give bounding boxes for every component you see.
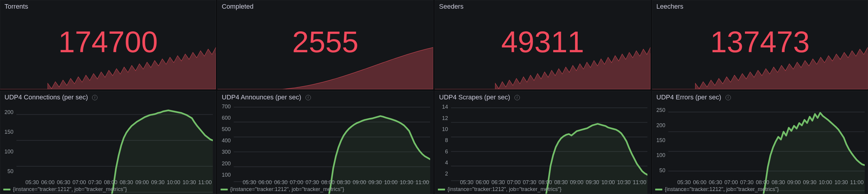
panel-title: Seeders bbox=[439, 3, 464, 10]
stat-value: 2555 bbox=[292, 25, 358, 59]
legend-swatch bbox=[221, 189, 228, 190]
panel-title: Completed bbox=[222, 3, 253, 10]
legend[interactable]: {instance="tracker:1212", job="tracker_m… bbox=[3, 186, 127, 193]
panel-title: UDP4 Connections (per sec) bbox=[4, 93, 97, 101]
panel-title-text: UDP4 Errors (per sec) bbox=[656, 93, 721, 101]
stat-value: 174700 bbox=[58, 25, 158, 59]
stat-panel-leechers[interactable]: Leechers 137473 bbox=[652, 0, 868, 89]
info-icon[interactable] bbox=[725, 95, 731, 100]
stat-panel-seeders[interactable]: Seeders 49311 bbox=[435, 0, 651, 89]
legend[interactable]: {instance="tracker:1212", job="tracker_m… bbox=[221, 186, 344, 193]
chart-area: 100200300400500600700 05:3006:0006:3007:… bbox=[218, 104, 433, 194]
x-axis: 05:3006:0006:3007:0007:3008:0008:3009:00… bbox=[668, 179, 865, 185]
chart-area: 2468101214 05:3006:0006:3007:0007:3008:0… bbox=[435, 104, 650, 194]
panel-title: UDP4 Errors (per sec) bbox=[656, 93, 731, 101]
dashboard-grid: Torrents 174700 Completed 2555 Seeders 4… bbox=[0, 0, 868, 194]
chart-panel-connections[interactable]: UDP4 Connections (per sec) 50100150200 0… bbox=[0, 91, 216, 194]
legend-swatch bbox=[438, 189, 445, 190]
stat-value: 137473 bbox=[710, 25, 810, 59]
panel-title: UDP4 Scrapes (per sec) bbox=[439, 93, 520, 101]
y-axis: 50100150200250 bbox=[652, 104, 667, 179]
chart-panel-errors[interactable]: UDP4 Errors (per sec) 50100150200250 05:… bbox=[652, 91, 868, 194]
legend-label: {instance="tracker:1212", job="tracker_m… bbox=[665, 186, 779, 193]
panel-title: Leechers bbox=[656, 3, 683, 10]
info-icon[interactable] bbox=[92, 95, 97, 100]
legend-label: {instance="tracker:1212", job="tracker_m… bbox=[13, 186, 127, 193]
info-icon[interactable] bbox=[515, 95, 520, 100]
chart-panel-scrapes[interactable]: UDP4 Scrapes (per sec) 2468101214 05:300… bbox=[435, 91, 651, 194]
x-axis: 05:3006:0006:3007:0007:3008:0008:3009:00… bbox=[234, 179, 430, 185]
y-axis: 2468101214 bbox=[435, 104, 450, 179]
panel-title: Torrents bbox=[4, 3, 28, 10]
panel-title-text: UDP4 Connections (per sec) bbox=[4, 93, 88, 101]
stat-panel-completed[interactable]: Completed 2555 bbox=[217, 0, 433, 89]
chart-area: 50100150200 05:3006:0006:3007:0007:3008:… bbox=[0, 104, 216, 194]
stat-panel-torrents[interactable]: Torrents 174700 bbox=[0, 0, 216, 89]
legend-swatch bbox=[3, 189, 10, 190]
stat-value: 49311 bbox=[501, 25, 584, 59]
y-axis: 50100150200 bbox=[0, 104, 15, 179]
legend[interactable]: {instance="tracker:1212", job="tracker_m… bbox=[655, 186, 779, 193]
x-axis: 05:3006:0006:3007:0007:3008:0008:3009:00… bbox=[17, 179, 213, 185]
legend-label: {instance="tracker:1212", job="tracker_m… bbox=[230, 186, 344, 193]
legend-label: {instance="tracker:1212", job="tracker_m… bbox=[447, 186, 562, 193]
panel-title: UDP4 Announces (per sec) bbox=[222, 93, 311, 101]
x-axis: 05:3006:0006:3007:0007:3008:0008:3009:00… bbox=[451, 179, 647, 185]
legend-swatch bbox=[655, 189, 662, 190]
panel-title-text: UDP4 Scrapes (per sec) bbox=[439, 93, 510, 101]
info-icon[interactable] bbox=[306, 95, 311, 100]
chart-area: 50100150200250 05:3006:0006:3007:0007:30… bbox=[652, 104, 868, 194]
panel-title-text: UDP4 Announces (per sec) bbox=[222, 93, 301, 101]
y-axis: 100200300400500600700 bbox=[218, 104, 232, 179]
chart-panel-announces[interactable]: UDP4 Announces (per sec) 100200300400500… bbox=[217, 91, 433, 194]
legend[interactable]: {instance="tracker:1212", job="tracker_m… bbox=[438, 186, 562, 193]
